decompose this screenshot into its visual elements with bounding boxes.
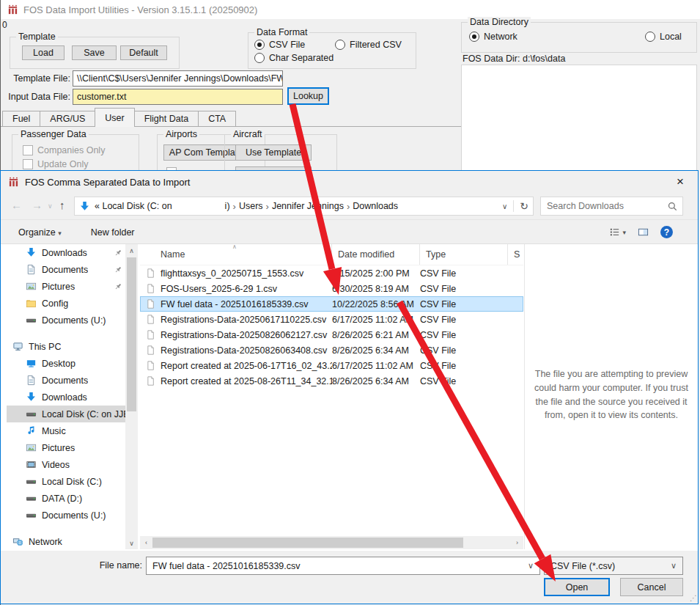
default-button[interactable]: Default xyxy=(120,45,167,60)
close-icon[interactable]: × xyxy=(668,172,692,191)
videos-icon xyxy=(26,459,37,470)
sidebar-item[interactable]: Videos xyxy=(7,456,125,473)
sidebar-item[interactable]: Documents xyxy=(7,372,125,389)
input-data-file-field[interactable]: customer.txt xyxy=(73,89,283,105)
new-folder-button[interactable]: New folder xyxy=(91,227,135,238)
tab[interactable]: User xyxy=(95,108,134,127)
organize-menu[interactable]: Organize ▾ xyxy=(18,227,62,238)
sidebar-item[interactable]: Downloads xyxy=(7,389,125,406)
sidebar-item[interactable]: Pictures xyxy=(7,278,125,295)
use-template-button[interactable]: Use Template xyxy=(235,144,312,161)
sidebar-item[interactable]: Local Disk (C: on JJEN xyxy=(7,406,125,422)
fos-data-dir-listbox[interactable] xyxy=(461,65,697,172)
sidebar-scrollbar[interactable]: ∧ ∨ xyxy=(125,244,138,549)
search-icon[interactable] xyxy=(667,201,678,212)
sidebar-item[interactable]: Documents xyxy=(7,261,125,278)
sidebar-item[interactable]: Documents (U:) xyxy=(7,507,125,524)
lookup-button[interactable]: Lookup xyxy=(287,87,329,105)
radio-local[interactable]: Local xyxy=(645,32,682,42)
radio-char-separated-control[interactable] xyxy=(254,53,265,63)
tab[interactable]: ARG/US xyxy=(40,111,95,127)
file-name-combo[interactable]: FW fuel data - 20251016185339.csv ∨ xyxy=(146,557,540,575)
refresh-icon[interactable]: ↻ xyxy=(513,200,528,212)
breadcrumb-segment[interactable]: Downloads xyxy=(353,201,398,211)
drive-icon xyxy=(26,315,37,326)
sidebar-item[interactable]: Pictures xyxy=(7,439,125,456)
horizontal-scrollbar[interactable]: ‹ › xyxy=(140,536,523,549)
aircraft-label: Aircraft xyxy=(231,129,265,139)
breadcrumb-segment[interactable]: Jennifer Jennings xyxy=(272,201,344,211)
radio-filtered-csv-control[interactable] xyxy=(335,40,345,50)
open-button[interactable]: Open xyxy=(544,578,610,596)
drive-icon xyxy=(26,510,37,521)
update-only-checkbox[interactable]: Update Only xyxy=(23,159,88,169)
preview-pane-icon[interactable] xyxy=(638,227,649,238)
up-icon[interactable]: ↑ xyxy=(59,199,65,211)
sidebar-item[interactable]: Downloads xyxy=(7,244,125,261)
file-rows: flighttaxsys_0_20250715_1553.csv 7/15/20… xyxy=(140,265,523,389)
sort-ascending-icon: ∧ xyxy=(232,244,237,250)
sidebar-item[interactable]: Local Disk (C:) xyxy=(7,473,125,490)
file-type-combo[interactable]: CSV File (*.csv) ∨ xyxy=(544,557,683,575)
companies-only-checkbox[interactable]: Companies Only xyxy=(23,145,105,155)
file-row[interactable]: flighttaxsys_0_20250715_1553.csv 7/15/20… xyxy=(140,265,523,281)
preview-pane: The file you are attempting to preview c… xyxy=(524,244,698,549)
back-icon[interactable]: ← xyxy=(11,199,22,211)
main-title-bar: FOS Data Import Utilities - Version 3.15… xyxy=(1,0,700,19)
scroll-up-icon[interactable]: ∧ xyxy=(125,244,138,257)
music-icon xyxy=(26,425,37,436)
resize-grip[interactable]: ⋰ xyxy=(690,594,696,602)
file-row[interactable]: Report created at 2025-06-17T16_02_43.2.… xyxy=(140,358,523,373)
crumb-sep-icon: › xyxy=(230,201,239,212)
breadcrumb-segment[interactable]: i) xyxy=(225,201,230,211)
scroll-left-icon[interactable]: ‹ xyxy=(140,536,152,549)
file-row[interactable]: Report created at 2025-08-26T11_34_32.1.… xyxy=(140,373,523,389)
radio-csv-file-control[interactable] xyxy=(254,40,265,50)
scroll-right-icon[interactable]: › xyxy=(511,536,523,549)
views-button[interactable]: ▾ xyxy=(609,227,626,238)
sidebar-scroll-thumb[interactable] xyxy=(127,257,136,411)
file-row[interactable]: Registrations-Data-20250826062127.csv 8/… xyxy=(140,327,523,342)
tab[interactable]: CTA xyxy=(198,111,236,127)
sidebar-item[interactable]: This PC xyxy=(7,338,125,355)
sidebar-item[interactable]: DATA (D:) xyxy=(7,490,125,507)
column-header-size[interactable]: S xyxy=(508,244,523,265)
search-box[interactable] xyxy=(540,197,683,216)
sidebar-item[interactable]: Documents (U:) xyxy=(7,312,125,329)
radio-char-separated[interactable]: Char Separated xyxy=(254,53,334,63)
tab[interactable]: Fuel xyxy=(2,111,40,127)
sidebar-item[interactable]: Network xyxy=(7,533,125,549)
file-row[interactable]: Registrations-Data-20250617110225.csv 6/… xyxy=(140,312,523,327)
file-icon xyxy=(146,283,155,294)
help-icon[interactable]: ? xyxy=(660,226,673,238)
sidebar-item[interactable]: Config xyxy=(7,295,125,312)
address-bar[interactable]: › « Local Disk (C: on › i) › Users › Jen… xyxy=(74,197,534,216)
breadcrumb-segment[interactable]: « Local Disk (C: on xyxy=(95,201,172,211)
sidebar-item[interactable]: Desktop xyxy=(7,355,125,372)
sidebar-item[interactable]: Music xyxy=(7,422,125,439)
search-input[interactable] xyxy=(545,200,667,212)
load-button[interactable]: Load xyxy=(22,45,65,60)
radio-filtered-csv[interactable]: Filtered CSV xyxy=(335,40,402,50)
radio-network[interactable]: Network xyxy=(469,32,517,42)
address-dropdown-icon[interactable]: ∨ xyxy=(502,202,507,210)
file-name-dropdown-icon[interactable]: ∨ xyxy=(528,561,534,571)
save-button[interactable]: Save xyxy=(72,45,117,60)
column-header-type[interactable]: Type xyxy=(420,244,508,265)
passenger-data-label: Passenger Data xyxy=(18,129,89,139)
file-row[interactable]: Registrations-Data-20250826063408.csv 8/… xyxy=(140,342,523,358)
breadcrumb-segment[interactable]: Users xyxy=(239,201,263,211)
file-row[interactable]: FW fuel data - 20251016185339.csv 10/22/… xyxy=(140,296,523,312)
tab[interactable]: Flight Data xyxy=(134,111,199,127)
history-chevron-icon[interactable]: ∨ xyxy=(48,202,53,210)
radio-csv-file[interactable]: CSV File xyxy=(254,40,305,50)
file-row[interactable]: FOS-Users_2025-6-29 1.csv 6/30/2025 8:19… xyxy=(140,281,523,296)
template-file-field[interactable]: \\Client\C$\Users\Jennifer Jennings\Down… xyxy=(73,70,283,87)
forward-icon[interactable]: → xyxy=(32,199,43,211)
drive-icon xyxy=(26,408,37,419)
scroll-down-icon[interactable]: ∨ xyxy=(125,537,138,549)
column-header-date-modified[interactable]: Date modified xyxy=(332,244,420,265)
cancel-button[interactable]: Cancel xyxy=(620,578,683,596)
file-type-dropdown-icon[interactable]: ∨ xyxy=(671,561,677,571)
horizontal-scroll-thumb[interactable] xyxy=(152,538,463,548)
